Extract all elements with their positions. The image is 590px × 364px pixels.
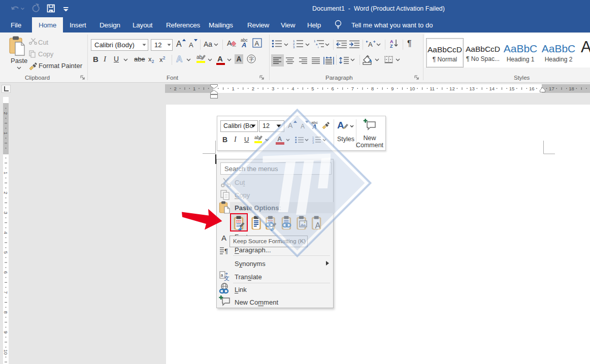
svg-text:9: 9 xyxy=(391,86,394,91)
svg-text:A: A xyxy=(241,41,246,49)
svg-text:文: 文 xyxy=(224,275,230,281)
svg-text:3: 3 xyxy=(293,46,295,49)
svg-text:16: 16 xyxy=(529,86,535,91)
svg-text:a: a xyxy=(221,273,223,278)
svg-text:11: 11 xyxy=(430,86,435,91)
svg-text:1: 1 xyxy=(3,132,9,135)
svg-text:2: 2 xyxy=(3,112,9,114)
svg-text:6: 6 xyxy=(332,86,334,91)
svg-text:1: 1 xyxy=(232,86,235,91)
svg-text:¶: ¶ xyxy=(224,247,228,255)
svg-text:A: A xyxy=(176,54,182,64)
svg-text:A: A xyxy=(337,120,344,130)
svg-text:8: 8 xyxy=(3,311,9,313)
svg-text:Z: Z xyxy=(390,44,393,49)
svg-text:2: 2 xyxy=(174,86,177,91)
svg-text:15: 15 xyxy=(509,86,515,91)
svg-text:6: 6 xyxy=(3,271,9,274)
svg-text:8: 8 xyxy=(371,86,374,91)
svg-text:5: 5 xyxy=(3,251,9,254)
svg-text:4: 4 xyxy=(3,231,9,234)
svg-text:A: A xyxy=(315,221,321,230)
svg-text:A: A xyxy=(255,40,259,47)
svg-text:1: 1 xyxy=(193,86,195,91)
svg-text:13: 13 xyxy=(469,86,475,91)
svg-text:18: 18 xyxy=(569,86,574,91)
svg-text:3: 3 xyxy=(3,211,9,214)
svg-text:3: 3 xyxy=(272,86,274,91)
svg-text:10: 10 xyxy=(3,349,9,355)
svg-text:A: A xyxy=(312,123,317,130)
svg-text:A: A xyxy=(227,39,232,47)
svg-text:2: 2 xyxy=(252,86,254,91)
svg-text:10: 10 xyxy=(410,86,415,91)
svg-text:A: A xyxy=(368,41,373,48)
svg-text:2: 2 xyxy=(3,191,9,194)
svg-text:字: 字 xyxy=(249,56,254,62)
svg-text:1: 1 xyxy=(3,172,9,174)
svg-text:4: 4 xyxy=(291,86,294,91)
svg-text:7: 7 xyxy=(3,291,9,293)
svg-text:9: 9 xyxy=(3,331,9,334)
svg-text:7: 7 xyxy=(351,86,354,91)
svg-text:17: 17 xyxy=(549,86,554,91)
svg-text:12: 12 xyxy=(449,86,455,91)
svg-text:5: 5 xyxy=(311,86,314,91)
svg-text:14: 14 xyxy=(489,86,495,91)
svg-text:i: i xyxy=(318,46,318,49)
svg-text:3: 3 xyxy=(312,141,314,144)
